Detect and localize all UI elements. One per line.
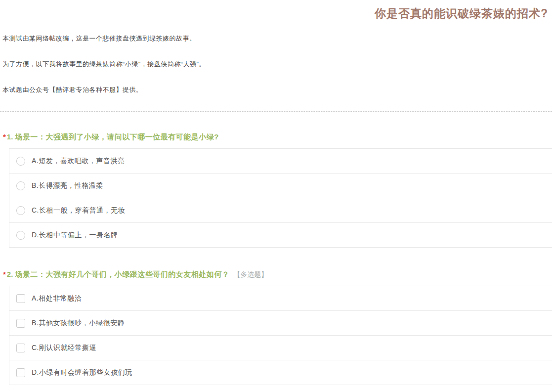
option-row-1c[interactable]: C.长相一般，穿着普通，无妆: [9, 198, 552, 223]
option-row-1a[interactable]: A.短发，喜欢唱歌，声音洪亮: [9, 149, 552, 174]
intro-paragraph: 本试题由公众号【酷评君专治各种不服】提供。: [2, 86, 552, 94]
option-row-2d[interactable]: D.小绿有时会缠着那些女孩们玩: [9, 360, 552, 385]
option-row-2a[interactable]: A.相处非常融洽: [9, 286, 552, 311]
radio-icon[interactable]: [16, 181, 25, 190]
radio-icon[interactable]: [16, 206, 25, 215]
question-number: 2.: [7, 270, 13, 278]
intro-paragraph: 本测试由某网络帖改编，这是一个悲催接盘侠遇到绿茶婊的故事。: [2, 34, 552, 43]
radio-icon[interactable]: [16, 157, 25, 166]
question-title: 场景一：大强遇到了小绿，请问以下哪一位最有可能是小绿?: [15, 132, 219, 141]
option-row-1d[interactable]: D.长相中等偏上，一身名牌: [9, 223, 552, 248]
question-1-heading: *1.场景一：大强遇到了小绿，请问以下哪一位最有可能是小绿?: [0, 132, 552, 142]
option-row-2b[interactable]: B.其他女孩很吵，小绿很安静: [9, 311, 552, 336]
option-label: D.长相中等偏上，一身名牌: [32, 231, 118, 240]
question-1: *1.场景一：大强遇到了小绿，请问以下哪一位最有可能是小绿? A.短发，喜欢唱歌…: [0, 132, 552, 248]
page-title: 你是否真的能识破绿茶婊的招术?: [0, 0, 552, 21]
option-label: A.短发，喜欢唱歌，声音洪亮: [32, 157, 125, 166]
question-2: *2.场景二：大强有好几个哥们，小绿跟这些哥们的女友相处如何？【多选题】 A.相…: [0, 270, 552, 385]
option-label: C.刚认识就经常撕逼: [32, 344, 96, 352]
dashed-divider: [0, 111, 552, 112]
question-1-options: A.短发，喜欢唱歌，声音洪亮 B.长得漂亮，性格温柔 C.长相一般，穿着普通，无…: [9, 148, 552, 248]
question-title: 场景二：大强有好几个哥们，小绿跟这些哥们的女友相处如何？: [15, 270, 229, 278]
question-2-heading: *2.场景二：大强有好几个哥们，小绿跟这些哥们的女友相处如何？【多选题】: [0, 270, 552, 279]
checkbox-icon[interactable]: [16, 368, 25, 377]
checkbox-icon[interactable]: [16, 319, 25, 328]
intro-paragraph: 为了方便，以下我将故事里的绿茶婊简称“小绿”，接盘侠简称“大强”。: [2, 60, 552, 69]
option-row-2c[interactable]: C.刚认识就经常撕逼: [9, 336, 552, 360]
option-label: D.小绿有时会缠着那些女孩们玩: [32, 368, 132, 377]
intro-section: 本测试由某网络帖改编，这是一个悲催接盘侠遇到绿茶婊的故事。 为了方便，以下我将故…: [0, 21, 552, 94]
option-label: B.长得漂亮，性格温柔: [32, 181, 103, 190]
question-number: 1.: [7, 132, 13, 141]
checkbox-icon[interactable]: [16, 344, 25, 352]
required-asterisk: *: [3, 132, 6, 141]
question-2-options: A.相处非常融洽 B.其他女孩很吵，小绿很安静 C.刚认识就经常撕逼 D.小绿有…: [9, 286, 552, 385]
option-row-1b[interactable]: B.长得漂亮，性格温柔: [9, 174, 552, 198]
multi-select-tag: 【多选题】: [233, 270, 268, 278]
checkbox-icon[interactable]: [16, 294, 25, 303]
required-asterisk: *: [3, 270, 6, 278]
option-label: A.相处非常融洽: [32, 294, 82, 303]
radio-icon[interactable]: [16, 231, 25, 240]
option-label: B.其他女孩很吵，小绿很安静: [32, 319, 125, 328]
option-label: C.长相一般，穿着普通，无妆: [32, 206, 125, 215]
